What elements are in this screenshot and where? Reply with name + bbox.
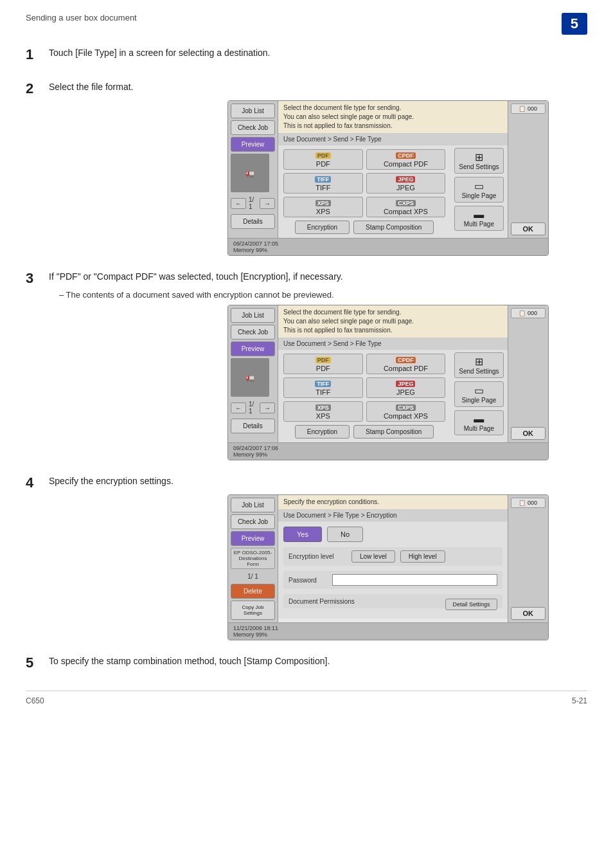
action-row-s3: Encryption Stamp Composition [283,425,445,439]
step-4-text: Specify the encryption settings. [49,475,587,488]
tiff-btn-s3[interactable]: TIFF TIFF [283,377,363,398]
no-btn-s4[interactable]: No [327,527,363,542]
cxps-label-s3: CXPS [396,404,416,411]
right-options-s2: ⊞ Send Settings ▭ Single Page ▬ Multi Pa… [450,145,507,238]
step-2-panel: Job List Check Job Preview 🚛 ← 1/ 1 → De… [227,100,549,256]
step2-file-grid: PDF PDF CPDF Compact PDF TIFF TIFF [278,145,450,238]
step3-main-area: Select the document file type for sendin… [278,305,508,442]
prev-arrow-s3[interactable]: ← [231,402,246,413]
pdf-label-s3: PDF [315,357,331,363]
next-arrow-s2[interactable]: → [260,198,275,209]
multi-page-icon-s3: ▬ [459,413,499,425]
encryption-btn-s3[interactable]: Encryption [295,425,350,439]
check-job-btn-s4[interactable]: Check Job [231,514,275,529]
preview-btn-s4[interactable]: Preview [231,531,275,546]
step2-bottom-bar: 09/24/2007 17:05Memory 99% [228,238,548,255]
memory-indicator-s3: 📋 000 [511,308,546,318]
status-info-s4: 11/21/2006 18:11Memory 99% [233,625,278,638]
jpeg-label-s3: JPEG [396,381,415,387]
password-input[interactable] [332,574,497,586]
job-list-btn-s3[interactable]: Job List [231,308,275,323]
step-3: 3 If "PDF" or "Compact PDF" was selected… [26,270,587,460]
compact-pdf-btn-s3[interactable]: CPDF Compact PDF [366,354,446,374]
step-4: 4 Specify the encryption settings. Job L… [26,475,587,640]
detail-settings-btn[interactable]: Detail Settings [445,599,497,610]
stamp-btn-s3[interactable]: Stamp Composition [353,425,434,439]
step-1-number: 1 [26,46,49,63]
send-settings-icon-s2: ⊞ [459,151,499,163]
single-page-btn-s3[interactable]: ▭ Single Page [454,381,503,407]
page-indicator-s2: 1/ 1 [249,196,257,210]
status-info-s3: 09/24/2007 17:06Memory 99% [233,445,278,458]
pdf-btn-s2[interactable]: PDF PDF [283,149,363,170]
check-job-btn-s3[interactable]: Check Job [231,325,275,339]
single-page-btn-s2[interactable]: ▭ Single Page [454,177,503,203]
step3-info-bar: Select the document file type for sendin… [278,305,508,338]
step2-info-bar: Select the document file type for sendin… [278,101,508,134]
page-footer: C650 5-21 [26,691,587,705]
multi-page-icon-s2: ▬ [459,209,499,221]
step2-main-area: Select the document file type for sendin… [278,101,508,238]
high-level-btn[interactable]: High level [400,550,445,563]
next-arrow-s3[interactable]: → [260,402,275,413]
single-page-icon-s3: ▭ [459,384,499,397]
check-job-btn-s2[interactable]: Check Job [231,120,275,135]
copy-job-settings-btn-s4[interactable]: Copy Job Settings [231,601,275,620]
yes-btn-s4[interactable]: Yes [283,527,322,542]
tiff-label-s2: TIFF [315,176,331,183]
enc-level-row: Encryption level Low level High level [283,547,502,566]
prev-arrow-s2[interactable]: ← [231,198,246,209]
jpeg-btn-s3[interactable]: JPEG JPEG [366,377,446,398]
truck-icon-s2: 🚛 [245,169,254,177]
page-indicator-s4: 1/ 1 [247,573,258,580]
page-badge: 5 [562,13,587,35]
job-list-btn-s2[interactable]: Job List [231,104,275,118]
doc-permissions-label: Document Permissions [289,598,355,605]
xps-btn-s2[interactable]: XPS XPS [283,197,363,217]
job-list-btn-s4[interactable]: Job List [231,498,275,512]
nav-arrow-row-s2: ← 1/ 1 → [231,194,275,212]
step-5-number: 5 [26,655,49,671]
ok-btn-s3[interactable]: OK [511,427,546,440]
xps-btn-s3[interactable]: XPS XPS [283,401,363,422]
preview-btn-s3[interactable]: Preview [231,341,275,356]
details-btn-s3[interactable]: Details [231,419,275,433]
preview-btn-s2[interactable]: Preview [231,137,275,152]
step3-file-grid: PDF PDF CPDF Compact PDF TIFF TIFF [278,350,450,442]
step4-bottom-bar: 11/21/2006 18:11Memory 99% [228,622,548,640]
thumbnail-s2: 🚛 [231,154,269,192]
multi-page-btn-s3[interactable]: ▬ Multi Page [454,410,503,435]
right-options-s3: ⊞ Send Settings ▭ Single Page ▬ Multi Pa… [450,350,507,442]
password-row: Password [283,571,502,589]
step4-enc-content: Yes No Encryption level Low level High l… [278,521,508,619]
xps-label-s3: XPS [315,404,331,411]
ok-btn-s2[interactable]: OK [511,222,546,235]
delete-btn-s4[interactable]: Delete [231,584,275,599]
page-title: Sending a user box document [26,13,137,23]
cxps-btn-s3[interactable]: CXPS Compact XPS [366,401,446,422]
send-settings-btn-s2[interactable]: ⊞ Send Settings [454,148,503,174]
step-3-number: 3 [26,270,49,287]
step3-bottom-bar: 09/24/2007 17:06Memory 99% [228,442,548,460]
low-level-btn[interactable]: Low level [351,550,395,563]
step-5-text: To specify the stamp combination method,… [49,655,587,668]
cxps-btn-s2[interactable]: CXPS Compact XPS [366,197,446,217]
send-settings-btn-s3[interactable]: ⊞ Send Settings [454,352,503,378]
step-2-number: 2 [26,80,49,97]
pdf-btn-s3[interactable]: PDF PDF [283,354,363,374]
memory-indicator-s4: 📋 000 [511,498,546,508]
step-5: 5 To specify the stamp combination metho… [26,655,587,671]
nav-arrow-row-s3: ← 1/ 1 → [231,399,275,417]
multi-page-btn-s2[interactable]: ▬ Multi Page [454,206,503,231]
footer-model: C650 [26,696,44,705]
page-indicator-s3: 1/ 1 [249,401,257,415]
tiff-btn-s2[interactable]: TIFF TIFF [283,173,363,194]
compact-pdf-btn-s2[interactable]: CPDF Compact PDF [366,149,446,170]
send-settings-icon-s3: ⊞ [459,356,499,368]
ep-description-s4: EP ODSO-2005-Destinations Form [231,548,275,569]
jpeg-btn-s2[interactable]: JPEG JPEG [366,173,446,194]
encryption-btn-s2[interactable]: Encryption [295,221,350,234]
stamp-btn-s2[interactable]: Stamp Composition [353,221,434,234]
ok-btn-s4[interactable]: OK [511,607,546,620]
details-btn-s2[interactable]: Details [231,214,275,229]
